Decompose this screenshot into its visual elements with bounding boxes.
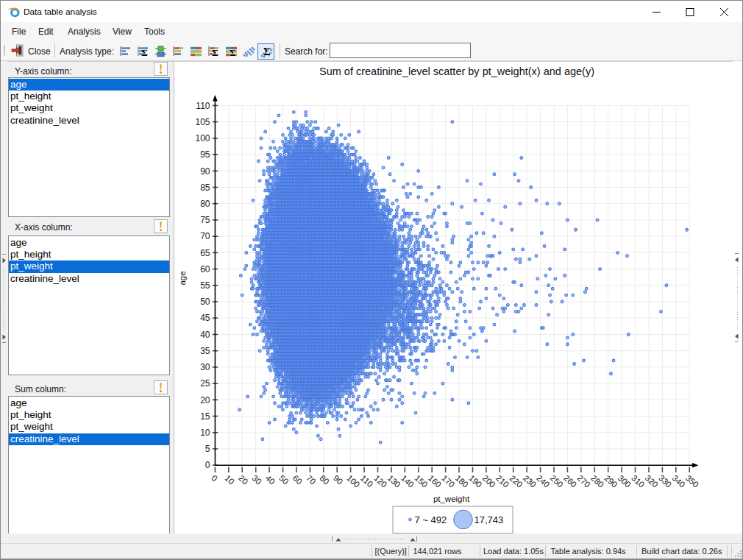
svg-text:Sum of creatinine_level scatte: Sum of creatinine_level scatter by pt_we…	[319, 65, 594, 77]
svg-text:40: 40	[200, 330, 210, 340]
svg-text:110: 110	[359, 473, 374, 489]
svg-text:250: 250	[549, 473, 565, 489]
svg-text:350: 350	[684, 473, 700, 489]
svg-text:160: 160	[427, 473, 443, 489]
svg-text:45: 45	[200, 313, 210, 323]
svg-text:35: 35	[200, 346, 210, 356]
svg-text:30: 30	[250, 473, 263, 486]
svg-text:55: 55	[200, 280, 210, 291]
svg-text:15: 15	[200, 411, 210, 422]
svg-text:130: 130	[386, 473, 402, 489]
svg-text:290: 290	[602, 473, 619, 489]
svg-text:320: 320	[644, 473, 660, 489]
svg-text:Σ: Σ	[263, 46, 270, 57]
svg-text:pt_weight: pt_weight	[433, 495, 470, 503]
svg-text:80: 80	[318, 473, 330, 486]
svg-text:270: 270	[575, 473, 591, 489]
svg-text:340: 340	[670, 473, 686, 489]
svg-text:210: 210	[494, 473, 511, 489]
svg-text:Σ: Σ	[212, 47, 218, 57]
svg-text:240: 240	[535, 473, 551, 489]
svg-text:180: 180	[454, 473, 470, 489]
svg-text:7 ~ 492: 7 ~ 492	[415, 514, 447, 525]
svg-text:Σ: Σ	[141, 47, 148, 57]
svg-text:60: 60	[291, 473, 304, 486]
svg-text:Σ: Σ	[230, 47, 236, 57]
svg-text:65: 65	[200, 248, 210, 258]
svg-text:170: 170	[440, 473, 456, 489]
svg-text:100: 100	[345, 473, 361, 489]
svg-text:95: 95	[200, 149, 210, 160]
svg-text:30: 30	[200, 362, 210, 372]
svg-text:80: 80	[200, 199, 210, 209]
svg-text:5: 5	[205, 444, 210, 454]
svg-text:0: 0	[205, 460, 210, 470]
svg-text:50: 50	[200, 297, 210, 307]
svg-text:280: 280	[589, 473, 605, 489]
svg-text:age: age	[178, 271, 187, 285]
svg-text:85: 85	[200, 182, 210, 193]
svg-text:10: 10	[223, 473, 235, 486]
svg-text:120: 120	[372, 473, 388, 489]
svg-text:310: 310	[630, 473, 646, 489]
svg-text:330: 330	[657, 473, 673, 489]
svg-text:25: 25	[200, 378, 210, 389]
svg-text:90: 90	[332, 473, 344, 486]
svg-text:70: 70	[200, 231, 210, 241]
svg-text:60: 60	[200, 264, 210, 274]
svg-text:10: 10	[200, 428, 210, 438]
svg-text:140: 140	[399, 473, 416, 489]
svg-text:17,743: 17,743	[474, 514, 504, 525]
svg-text:105: 105	[195, 117, 210, 127]
svg-text:230: 230	[522, 473, 538, 489]
svg-text:90: 90	[200, 166, 210, 177]
svg-text:100: 100	[195, 133, 210, 143]
svg-text:150: 150	[413, 473, 429, 489]
svg-text:190: 190	[467, 473, 483, 489]
svg-text:110: 110	[196, 101, 210, 111]
svg-text:20: 20	[200, 395, 210, 405]
svg-text:300: 300	[616, 473, 633, 489]
svg-text:20: 20	[237, 473, 249, 486]
svg-text:75: 75	[200, 215, 210, 225]
svg-text:70: 70	[305, 473, 317, 486]
svg-text:0: 0	[210, 473, 219, 483]
svg-text:50: 50	[277, 473, 290, 486]
svg-text:220: 220	[508, 473, 524, 489]
svg-text:40: 40	[264, 473, 277, 486]
svg-text:260: 260	[562, 473, 578, 489]
svg-text:200: 200	[481, 473, 497, 489]
